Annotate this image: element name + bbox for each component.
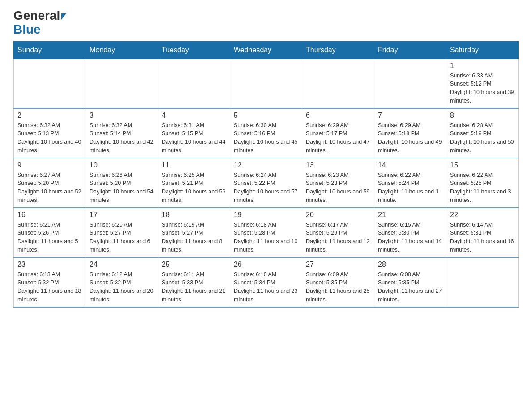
calendar-cell: 14Sunrise: 6:22 AM Sunset: 5:24 PM Dayli… [374, 158, 446, 208]
day-info: Sunrise: 6:32 AM Sunset: 5:14 PM Dayligh… [90, 121, 154, 155]
calendar-cell: 20Sunrise: 6:17 AM Sunset: 5:29 PM Dayli… [302, 208, 374, 257]
calendar-cell: 10Sunrise: 6:26 AM Sunset: 5:20 PM Dayli… [86, 158, 158, 208]
day-number: 16 [17, 211, 82, 219]
day-number: 27 [306, 261, 370, 269]
day-info: Sunrise: 6:28 AM Sunset: 5:19 PM Dayligh… [450, 121, 515, 155]
calendar-cell [86, 59, 158, 108]
calendar-cell [446, 257, 519, 307]
calendar-cell: 16Sunrise: 6:21 AM Sunset: 5:26 PM Dayli… [14, 208, 86, 257]
calendar-cell: 17Sunrise: 6:20 AM Sunset: 5:27 PM Dayli… [86, 208, 158, 257]
calendar-week-4: 16Sunrise: 6:21 AM Sunset: 5:26 PM Dayli… [14, 208, 519, 257]
calendar-cell: 21Sunrise: 6:15 AM Sunset: 5:30 PM Dayli… [374, 208, 446, 257]
day-number: 17 [90, 211, 154, 219]
calendar-cell: 7Sunrise: 6:29 AM Sunset: 5:18 PM Daylig… [374, 108, 446, 158]
day-number: 18 [162, 211, 226, 219]
day-number: 25 [162, 261, 226, 269]
day-number: 13 [306, 161, 370, 169]
day-info: Sunrise: 6:12 AM Sunset: 5:32 PM Dayligh… [90, 270, 154, 304]
day-number: 21 [378, 211, 442, 219]
calendar-cell: 27Sunrise: 6:09 AM Sunset: 5:35 PM Dayli… [302, 257, 374, 307]
calendar-cell: 24Sunrise: 6:12 AM Sunset: 5:32 PM Dayli… [86, 257, 158, 307]
day-info: Sunrise: 6:23 AM Sunset: 5:23 PM Dayligh… [306, 171, 370, 205]
day-number: 12 [234, 161, 298, 169]
day-info: Sunrise: 6:32 AM Sunset: 5:13 PM Dayligh… [17, 121, 82, 155]
calendar-cell: 6Sunrise: 6:29 AM Sunset: 5:17 PM Daylig… [302, 108, 374, 158]
day-number: 1 [450, 62, 515, 70]
logo-blue-text: Blue [13, 23, 66, 37]
calendar-header: SundayMondayTuesdayWednesdayThursdayFrid… [14, 41, 519, 59]
day-number: 2 [17, 111, 82, 120]
day-number: 28 [378, 261, 442, 269]
day-number: 8 [450, 111, 515, 120]
weekday-header-monday: Monday [86, 41, 158, 59]
calendar-cell: 2Sunrise: 6:32 AM Sunset: 5:13 PM Daylig… [14, 108, 86, 158]
calendar-cell: 22Sunrise: 6:14 AM Sunset: 5:31 PM Dayli… [446, 208, 519, 257]
calendar-cell [14, 59, 86, 108]
day-number: 20 [306, 211, 370, 219]
day-info: Sunrise: 6:09 AM Sunset: 5:35 PM Dayligh… [306, 270, 370, 304]
calendar-cell [374, 59, 446, 108]
day-number: 7 [378, 111, 442, 120]
day-info: Sunrise: 6:29 AM Sunset: 5:18 PM Dayligh… [378, 121, 442, 155]
day-number: 23 [17, 261, 82, 269]
weekday-header-thursday: Thursday [302, 41, 374, 59]
logo-general-text: General [13, 9, 66, 23]
logo: General Blue [13, 9, 66, 37]
day-info: Sunrise: 6:29 AM Sunset: 5:17 PM Dayligh… [306, 121, 370, 155]
weekday-header-friday: Friday [374, 41, 446, 59]
day-number: 6 [306, 111, 370, 120]
calendar-week-5: 23Sunrise: 6:13 AM Sunset: 5:32 PM Dayli… [14, 257, 519, 307]
day-info: Sunrise: 6:31 AM Sunset: 5:15 PM Dayligh… [162, 121, 226, 155]
day-info: Sunrise: 6:27 AM Sunset: 5:20 PM Dayligh… [17, 171, 82, 205]
day-info: Sunrise: 6:18 AM Sunset: 5:28 PM Dayligh… [234, 221, 298, 254]
day-info: Sunrise: 6:22 AM Sunset: 5:24 PM Dayligh… [378, 171, 442, 205]
calendar-cell: 5Sunrise: 6:30 AM Sunset: 5:16 PM Daylig… [230, 108, 302, 158]
calendar-cell [158, 59, 230, 108]
day-number: 11 [162, 161, 226, 169]
day-info: Sunrise: 6:14 AM Sunset: 5:31 PM Dayligh… [450, 221, 515, 254]
day-info: Sunrise: 6:11 AM Sunset: 5:33 PM Dayligh… [162, 270, 226, 304]
day-info: Sunrise: 6:13 AM Sunset: 5:32 PM Dayligh… [17, 270, 82, 304]
day-number: 4 [162, 111, 226, 120]
calendar-cell: 25Sunrise: 6:11 AM Sunset: 5:33 PM Dayli… [158, 257, 230, 307]
calendar-week-2: 2Sunrise: 6:32 AM Sunset: 5:13 PM Daylig… [14, 108, 519, 158]
day-number: 19 [234, 211, 298, 219]
calendar-cell: 23Sunrise: 6:13 AM Sunset: 5:32 PM Dayli… [14, 257, 86, 307]
day-info: Sunrise: 6:17 AM Sunset: 5:29 PM Dayligh… [306, 221, 370, 254]
calendar-cell: 18Sunrise: 6:19 AM Sunset: 5:27 PM Dayli… [158, 208, 230, 257]
day-info: Sunrise: 6:25 AM Sunset: 5:21 PM Dayligh… [162, 171, 226, 205]
calendar-cell [230, 59, 302, 108]
calendar-week-1: 1Sunrise: 6:33 AM Sunset: 5:12 PM Daylig… [14, 59, 519, 108]
calendar-cell: 26Sunrise: 6:10 AM Sunset: 5:34 PM Dayli… [230, 257, 302, 307]
calendar-cell: 3Sunrise: 6:32 AM Sunset: 5:14 PM Daylig… [86, 108, 158, 158]
weekday-header-sunday: Sunday [14, 41, 86, 59]
weekday-header-tuesday: Tuesday [158, 41, 230, 59]
weekday-header-wednesday: Wednesday [230, 41, 302, 59]
day-info: Sunrise: 6:08 AM Sunset: 5:35 PM Dayligh… [378, 270, 442, 304]
calendar-cell: 9Sunrise: 6:27 AM Sunset: 5:20 PM Daylig… [14, 158, 86, 208]
day-info: Sunrise: 6:24 AM Sunset: 5:22 PM Dayligh… [234, 171, 298, 205]
day-number: 3 [90, 111, 154, 120]
day-number: 5 [234, 111, 298, 120]
calendar-body: 1Sunrise: 6:33 AM Sunset: 5:12 PM Daylig… [14, 59, 519, 307]
calendar-cell: 12Sunrise: 6:24 AM Sunset: 5:22 PM Dayli… [230, 158, 302, 208]
calendar-table: SundayMondayTuesdayWednesdayThursdayFrid… [13, 41, 519, 308]
day-info: Sunrise: 6:10 AM Sunset: 5:34 PM Dayligh… [234, 270, 298, 304]
day-number: 15 [450, 161, 515, 169]
weekday-header-saturday: Saturday [446, 41, 519, 59]
day-info: Sunrise: 6:30 AM Sunset: 5:16 PM Dayligh… [234, 121, 298, 155]
calendar-cell: 11Sunrise: 6:25 AM Sunset: 5:21 PM Dayli… [158, 158, 230, 208]
day-info: Sunrise: 6:33 AM Sunset: 5:12 PM Dayligh… [450, 72, 515, 105]
day-number: 9 [17, 161, 82, 169]
day-number: 24 [90, 261, 154, 269]
day-info: Sunrise: 6:20 AM Sunset: 5:27 PM Dayligh… [90, 221, 154, 254]
day-info: Sunrise: 6:15 AM Sunset: 5:30 PM Dayligh… [378, 221, 442, 254]
day-number: 10 [90, 161, 154, 169]
calendar-cell [302, 59, 374, 108]
calendar-cell: 15Sunrise: 6:22 AM Sunset: 5:25 PM Dayli… [446, 158, 519, 208]
calendar-cell: 1Sunrise: 6:33 AM Sunset: 5:12 PM Daylig… [446, 59, 519, 108]
calendar-week-3: 9Sunrise: 6:27 AM Sunset: 5:20 PM Daylig… [14, 158, 519, 208]
calendar-cell: 28Sunrise: 6:08 AM Sunset: 5:35 PM Dayli… [374, 257, 446, 307]
day-info: Sunrise: 6:22 AM Sunset: 5:25 PM Dayligh… [450, 171, 515, 205]
day-info: Sunrise: 6:26 AM Sunset: 5:20 PM Dayligh… [90, 171, 154, 205]
